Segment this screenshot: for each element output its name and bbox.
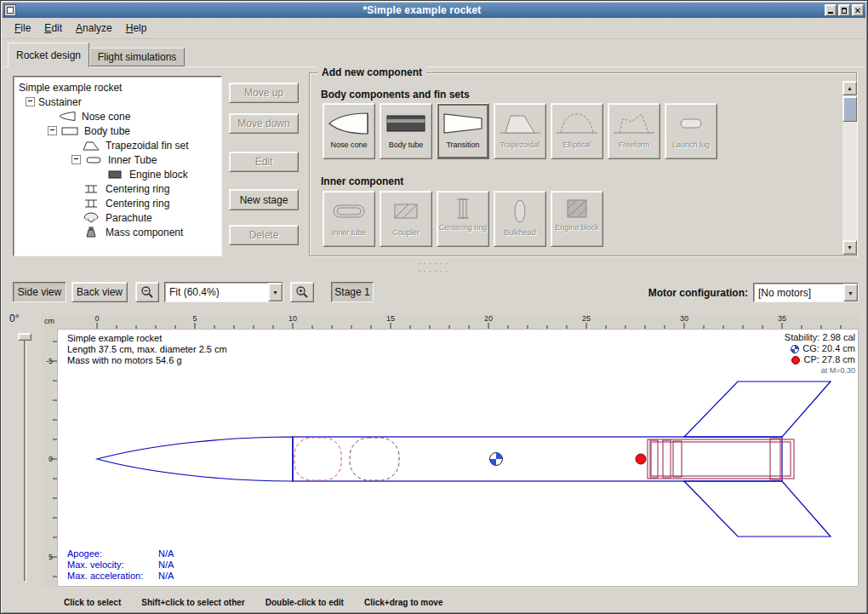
component-tree: Simple example rocket Sustainer Nose con…: [13, 76, 222, 256]
comp-label: Nose cone: [330, 141, 367, 149]
chevron-down-icon[interactable]: [268, 283, 283, 301]
add-centering-ring-button[interactable]: Centering ring: [437, 191, 489, 247]
fin-upper-shape[interactable]: [684, 382, 831, 437]
centering-ring-icon: [82, 198, 100, 209]
max-acceleration-label: Max. acceleration:: [67, 571, 158, 582]
tab-flight-simulations[interactable]: Flight simulations: [89, 48, 185, 66]
move-down-button[interactable]: Move down: [229, 113, 299, 134]
menu-help[interactable]: Help: [119, 20, 154, 37]
comp-label: Transition: [446, 141, 479, 149]
parachute-outline[interactable]: [294, 438, 341, 480]
rear-centering-ring-shape[interactable]: [770, 439, 780, 479]
tree-expander[interactable]: [26, 97, 35, 106]
tree-item-rocket[interactable]: Simple example rocket: [14, 80, 221, 95]
scroll-down-icon[interactable]: [842, 240, 857, 255]
rotation-angle-label: 0°: [9, 313, 19, 324]
body-tube-shape[interactable]: [293, 437, 782, 481]
tree-item-parachute[interactable]: Parachute: [14, 210, 221, 225]
menu-edit[interactable]: Edit: [37, 20, 69, 37]
tree-item-nose-cone[interactable]: Nose cone: [14, 109, 221, 123]
stability-text: Stability: 2.98 cal: [668, 332, 855, 343]
add-transition-button[interactable]: Transition: [437, 103, 489, 159]
motor-configuration-select[interactable]: [No motors]: [753, 283, 859, 302]
tree-item-centering-ring-1[interactable]: Centering ring: [14, 181, 221, 196]
zoom-select[interactable]: Fit (60.4%): [164, 282, 283, 302]
centering-ring-2-shape[interactable]: [663, 440, 671, 478]
scroll-up-icon[interactable]: [842, 81, 857, 95]
close-button[interactable]: [852, 4, 864, 16]
tree-item-body-tube[interactable]: Body tube: [14, 123, 221, 138]
inner-tube-icon: [84, 154, 103, 165]
inner-tube-icon: [326, 196, 372, 227]
elliptical-fin-icon: [554, 108, 600, 139]
delete-button[interactable]: Delete: [229, 225, 299, 245]
slider-track[interactable]: [24, 335, 26, 582]
tab-rocket-design[interactable]: Rocket design: [8, 43, 89, 67]
centering-ring-icon: [82, 183, 100, 194]
horizontal-ruler: 0 5 10 15 20 25 30 35: [57, 314, 859, 329]
svg-text:25: 25: [582, 314, 591, 323]
mass-component-outline[interactable]: [350, 438, 399, 480]
engine-block-shape[interactable]: [673, 441, 682, 477]
max-velocity-label: Max. velocity:: [67, 559, 158, 571]
parachute-icon: [82, 212, 100, 223]
side-view-button[interactable]: Side view: [13, 282, 66, 302]
add-elliptical-fin-button[interactable]: Elliptical: [551, 103, 603, 159]
inner-tube-outline[interactable]: [648, 439, 794, 479]
launch-lug-icon: [668, 108, 714, 139]
inner-tube-inner-outline[interactable]: [651, 442, 791, 476]
add-engine-block-button[interactable]: Engine block: [551, 191, 603, 247]
window-menu-icon[interactable]: [4, 4, 16, 16]
rocket-length-text: Length 37.5 cm, max. diameter 2.5 cm: [67, 344, 227, 355]
rotation-slider[interactable]: [16, 331, 33, 585]
menu-file[interactable]: File: [8, 20, 37, 37]
cg-text: CG: 20.4 cm: [802, 343, 855, 354]
max-velocity-value: N/A: [158, 559, 174, 571]
move-up-button[interactable]: Move up: [229, 83, 299, 103]
maximize-button[interactable]: [838, 4, 850, 16]
add-body-tube-button[interactable]: Body tube: [380, 103, 432, 159]
tree-item-engine-block[interactable]: Engine block: [14, 167, 221, 181]
back-view-button[interactable]: Back view: [71, 282, 128, 302]
add-inner-tube-button[interactable]: Inner tube: [323, 191, 375, 247]
component-panel-scrollbar[interactable]: [842, 81, 857, 255]
tree-item-inner-tube[interactable]: Inner Tube: [14, 152, 221, 167]
view-splitter[interactable]: ······: [1, 269, 867, 275]
ruler-unit-label: cm: [42, 314, 57, 329]
edit-button[interactable]: Edit: [229, 152, 299, 172]
add-coupler-button[interactable]: Coupler: [380, 191, 432, 247]
scrollbar-thumb[interactable]: [842, 96, 857, 122]
fin-lower-shape[interactable]: [684, 481, 831, 537]
menu-analyze[interactable]: Analyze: [69, 20, 119, 37]
tree-item-trapezoidal-fin-set[interactable]: Trapezoidal fin set: [14, 138, 221, 152]
add-freeform-fin-button[interactable]: Freeform: [608, 103, 660, 159]
new-stage-button[interactable]: New stage: [229, 189, 299, 210]
tree-item-mass-component[interactable]: Mass component: [14, 225, 221, 239]
add-nose-cone-button[interactable]: Nose cone: [323, 103, 375, 159]
rocket-name-text: Simple example rocket: [67, 333, 227, 344]
zoom-in-button[interactable]: [290, 282, 314, 302]
minimize-button[interactable]: [825, 4, 837, 16]
chevron-down-icon[interactable]: [843, 284, 858, 301]
mass-component-icon: [82, 227, 100, 238]
body-tube-icon: [60, 125, 79, 136]
slider-handle[interactable]: [18, 333, 31, 341]
zoom-out-button[interactable]: [135, 282, 159, 302]
tree-item-sustainer[interactable]: Sustainer: [14, 95, 221, 109]
openrocket-window: *Simple example rocket File Edit Analyze…: [0, 0, 868, 614]
tree-item-centering-ring-2[interactable]: Centering ring: [14, 196, 221, 210]
tree-item-label: Centering ring: [106, 183, 169, 195]
motor-configuration-label: Motor configuration:: [597, 287, 748, 299]
body-tube-icon: [383, 108, 429, 139]
add-launch-lug-button[interactable]: Launch lug: [665, 103, 717, 159]
cp-icon: [791, 356, 800, 364]
rocket-mass-text: Mass with no motors 54.6 g: [67, 355, 227, 366]
add-trapezoidal-fin-button[interactable]: Trapezoidal: [494, 103, 546, 159]
comp-label: Freeform: [619, 141, 650, 149]
tree-expander[interactable]: [48, 126, 57, 135]
nose-cone-shape[interactable]: [97, 437, 293, 481]
stage-1-toggle[interactable]: Stage 1: [331, 282, 374, 302]
tree-expander[interactable]: [71, 155, 81, 164]
svg-text:0: 0: [49, 455, 53, 463]
add-bulkhead-button[interactable]: Bulkhead: [494, 191, 546, 247]
